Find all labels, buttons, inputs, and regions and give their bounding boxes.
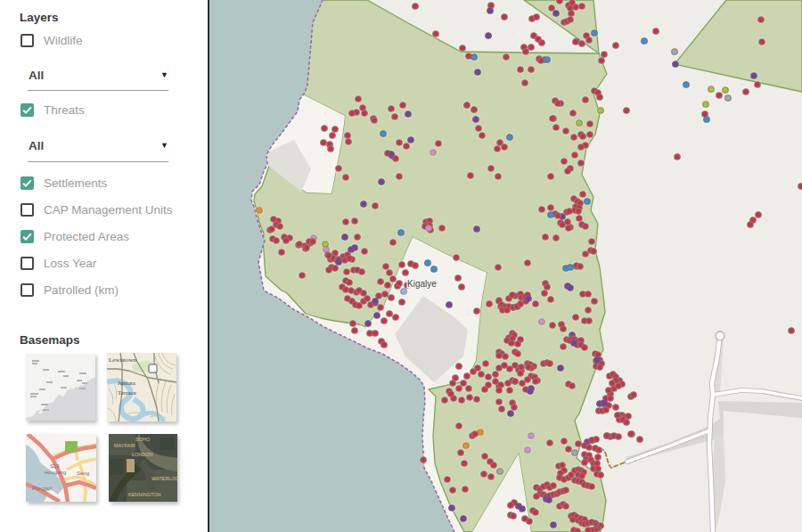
svg-text:Kigalye: Kigalye [407, 279, 437, 289]
svg-text:KENNINGTON: KENNINGTON [128, 492, 161, 497]
svg-text:Hougang: Hougang [45, 470, 66, 475]
svg-text:SOHO: SOHO [135, 437, 151, 442]
svg-text:Seng: Seng [77, 471, 89, 476]
svg-text:S19: S19 [50, 463, 60, 469]
svg-text:WATERLOO: WATERLOO [151, 476, 177, 481]
svg-text:LONDON: LONDON [132, 452, 153, 457]
svg-text:Lewistown: Lewistown [109, 356, 137, 364]
svg-text:Juniata: Juniata [118, 380, 136, 387]
svg-text:MAYFAIR: MAYFAIR [114, 443, 135, 448]
svg-text:Terrace: Terrace [118, 389, 136, 397]
svg-text:Punggol: Punggol [32, 486, 52, 491]
